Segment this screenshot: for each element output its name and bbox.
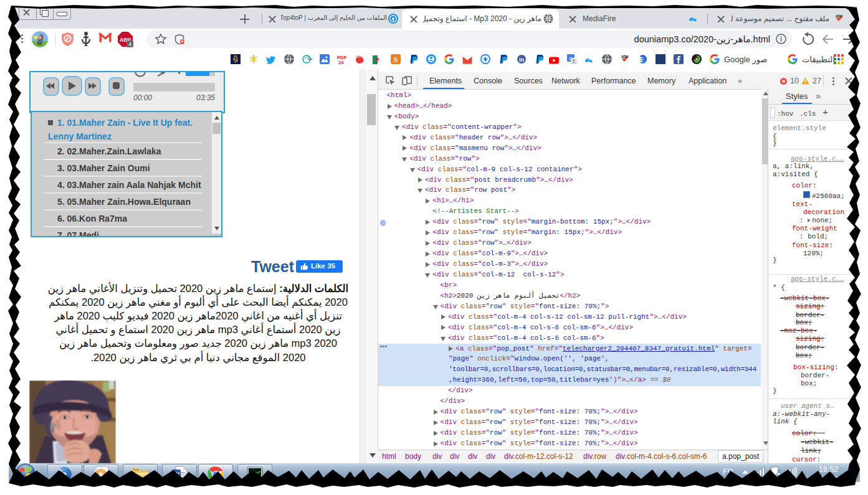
svg-text:abc: abc	[621, 54, 629, 59]
svg-text:W: W	[173, 470, 180, 478]
svg-text:S: S	[394, 55, 398, 64]
svg-text:in: in	[519, 57, 524, 63]
svg-text:4: 4	[128, 41, 131, 47]
svg-text:24: 24	[338, 60, 344, 65]
svg-text:文: 文	[572, 59, 576, 64]
svg-text:abc: abc	[836, 14, 843, 18]
